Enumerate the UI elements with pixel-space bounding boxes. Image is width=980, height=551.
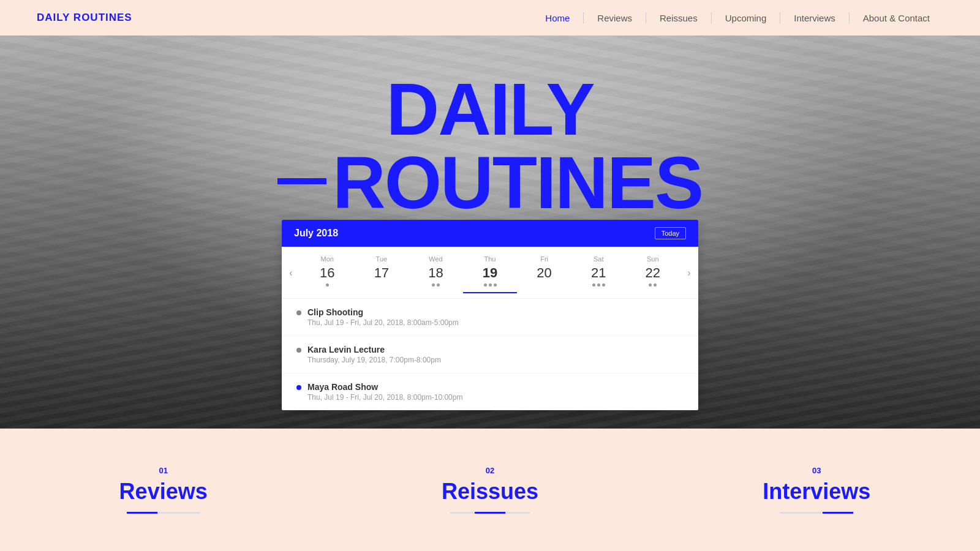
event-name: Kara Levin Lecture bbox=[307, 345, 441, 354]
hero-title: DAILY ROUTINES Indie.Music.Blog bbox=[277, 72, 703, 243]
event-dot bbox=[602, 283, 605, 287]
event-time: Thu, Jul 19 - Fri, Jul 20, 2018, 8:00am-… bbox=[307, 318, 459, 327]
event-details: Maya Road Show Thu, Jul 19 - Fri, Jul 20… bbox=[307, 382, 462, 402]
day-name: Wed bbox=[409, 255, 463, 263]
calendar-days-row: ‹ Mon 16 Tue 17 Wed 18 Thu 19 Fri 20 bbox=[282, 247, 698, 299]
day-number: 19 bbox=[463, 265, 518, 281]
day-name: Fri bbox=[517, 255, 571, 263]
nav-links: Home Reviews Reissues Upcoming Interview… bbox=[532, 12, 943, 23]
nav-reviews[interactable]: Reviews bbox=[584, 13, 646, 23]
navbar: DAILY ROUTINES Home Reviews Reissues Upc… bbox=[0, 0, 980, 36]
calendar-month: July 2018 bbox=[294, 228, 338, 239]
nav-upcoming[interactable]: Upcoming bbox=[712, 13, 780, 23]
event-dot bbox=[484, 283, 487, 287]
day-name: Sat bbox=[571, 255, 626, 263]
day-number: 18 bbox=[409, 265, 463, 281]
events-list: Clip Shooting Thu, Jul 19 - Fri, Jul 20,… bbox=[282, 299, 698, 410]
nav-interviews[interactable]: Interviews bbox=[780, 13, 849, 23]
bottom-item-reissues[interactable]: 02 Reissues bbox=[326, 448, 653, 532]
next-nav[interactable]: › bbox=[680, 268, 698, 279]
day-col-16[interactable]: Mon 16 bbox=[300, 253, 355, 293]
bottom-item-reviews[interactable]: 01 Reviews bbox=[0, 448, 326, 532]
day-name: Tue bbox=[355, 255, 409, 263]
day-dots bbox=[517, 283, 571, 288]
hero-line2-wrap: ROUTINES bbox=[277, 146, 703, 219]
bottom-number: 02 bbox=[486, 466, 494, 475]
day-name: Sun bbox=[625, 255, 680, 263]
site-logo[interactable]: DAILY ROUTINES bbox=[37, 12, 132, 24]
day-name: Thu bbox=[463, 255, 518, 263]
event-dot bbox=[326, 283, 329, 287]
event-dot bbox=[592, 283, 595, 287]
event-item[interactable]: Maya Road Show Thu, Jul 19 - Fri, Jul 20… bbox=[282, 373, 698, 410]
bottom-title: Interviews bbox=[763, 479, 870, 504]
day-number: 20 bbox=[517, 265, 571, 281]
hero-line2: ROUTINES bbox=[333, 146, 703, 219]
event-time: Thursday, July 19, 2018, 7:00pm-8:00pm bbox=[307, 356, 441, 364]
bottom-title: Reviews bbox=[119, 479, 208, 504]
day-col-18[interactable]: Wed 18 bbox=[409, 253, 463, 293]
day-name: Mon bbox=[300, 255, 355, 263]
calendar-header: July 2018 Today bbox=[282, 220, 698, 247]
bottom-item-interviews[interactable]: 03 Interviews bbox=[654, 448, 980, 532]
day-col-20[interactable]: Fri 20 bbox=[517, 253, 571, 293]
event-dot bbox=[489, 283, 492, 287]
day-col-22[interactable]: Sun 22 bbox=[625, 253, 680, 293]
event-item[interactable]: Clip Shooting Thu, Jul 19 - Fri, Jul 20,… bbox=[282, 299, 698, 336]
event-details: Clip Shooting Thu, Jul 19 - Fri, Jul 20,… bbox=[307, 307, 459, 327]
event-name: Maya Road Show bbox=[307, 382, 462, 392]
event-item[interactable]: Kara Levin Lecture Thursday, July 19, 20… bbox=[282, 336, 698, 373]
nav-about[interactable]: About & Contact bbox=[850, 13, 943, 23]
calendar-widget: July 2018 Today ‹ Mon 16 Tue 17 Wed 18 T… bbox=[282, 220, 698, 410]
event-indicator bbox=[296, 310, 301, 315]
event-dot bbox=[654, 283, 657, 287]
event-dot bbox=[494, 283, 497, 287]
day-dots bbox=[300, 283, 355, 288]
bottom-number: 03 bbox=[812, 466, 821, 475]
event-dot bbox=[437, 283, 440, 287]
prev-nav[interactable]: ‹ bbox=[282, 268, 300, 279]
bottom-title: Reissues bbox=[442, 479, 538, 504]
day-dots bbox=[355, 283, 409, 288]
bottom-number: 01 bbox=[159, 466, 167, 475]
hero-line1: DAILY bbox=[277, 72, 703, 146]
hero-section: DAILY ROUTINES Indie.Music.Blog July 201… bbox=[0, 36, 980, 429]
day-dots bbox=[571, 283, 626, 288]
day-col-21[interactable]: Sat 21 bbox=[571, 253, 626, 293]
event-dot bbox=[597, 283, 600, 287]
day-number: 21 bbox=[571, 265, 626, 281]
day-col-17[interactable]: Tue 17 bbox=[355, 253, 409, 293]
hero-dash bbox=[277, 178, 326, 184]
day-dots bbox=[625, 283, 680, 288]
day-number: 17 bbox=[355, 265, 409, 281]
days-grid: Mon 16 Tue 17 Wed 18 Thu 19 Fri 20 Sat 2… bbox=[300, 253, 680, 293]
bottom-section: 01 Reviews 02 Reissues 03 Interviews bbox=[0, 429, 980, 551]
day-number: 22 bbox=[625, 265, 680, 281]
day-col-19[interactable]: Thu 19 bbox=[463, 253, 518, 293]
event-details: Kara Levin Lecture Thursday, July 19, 20… bbox=[307, 345, 441, 364]
day-number: 16 bbox=[300, 265, 355, 281]
nav-reissues[interactable]: Reissues bbox=[646, 13, 711, 23]
today-button[interactable]: Today bbox=[655, 227, 686, 239]
event-dot bbox=[432, 283, 435, 287]
day-dots bbox=[409, 283, 463, 288]
event-name: Clip Shooting bbox=[307, 307, 459, 317]
nav-home[interactable]: Home bbox=[532, 13, 583, 23]
event-indicator bbox=[296, 348, 301, 353]
event-dot bbox=[649, 283, 652, 287]
event-time: Thu, Jul 19 - Fri, Jul 20, 2018, 8:00pm-… bbox=[307, 393, 462, 402]
day-dots bbox=[463, 283, 518, 288]
event-indicator bbox=[296, 385, 301, 390]
